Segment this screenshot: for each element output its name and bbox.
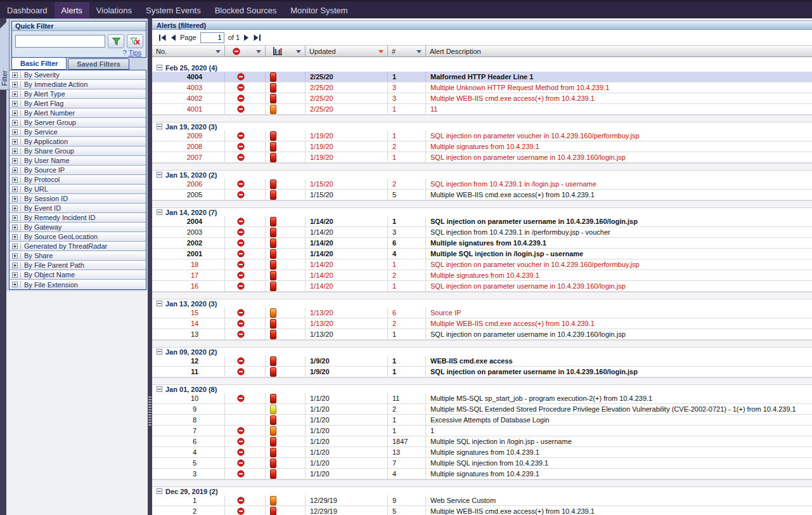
group-header[interactable]: Jan 15, 2020 (2) [152,171,812,179]
filter-item-by-service[interactable]: By Service [10,127,146,137]
group-header[interactable]: Jan 01, 2020 (8) [152,385,812,393]
column-header-severity[interactable] [266,46,306,56]
page-number-input[interactable] [200,32,224,43]
collapse-minus-icon[interactable] [157,386,162,392]
filter-item-by-gateway[interactable]: By Gateway [10,223,146,232]
alert-row[interactable]: 61/1/201847Multiple SQL injection in /lo… [152,436,812,447]
alert-row[interactable]: 112/29/199Web Service Custom [152,495,812,506]
group-header[interactable]: Jan 09, 2020 (2) [152,348,812,356]
expand-plus-icon[interactable] [12,120,18,126]
filter-item-by-remedy-incident-id[interactable]: By Remedy Incident ID [10,213,146,223]
filter-item-by-user-name[interactable]: By User Name [10,156,146,166]
expand-plus-icon[interactable] [12,129,18,135]
expand-plus-icon[interactable] [12,205,18,211]
nav-item-blocked-sources[interactable]: Blocked Sources [208,2,284,18]
filter-item-by-alert-flag[interactable]: By Alert Flag [10,99,146,108]
alert-row[interactable]: 20041/14/201SQL injection on parameter u… [152,216,812,227]
tips-link[interactable]: Tips [129,49,141,56]
filter-item-by-server-group[interactable]: By Server Group [10,118,146,127]
expand-plus-icon[interactable] [12,177,18,183]
alert-row[interactable]: 20031/14/203SQL injection from 10.4.239.… [152,227,812,238]
alert-row[interactable]: 20091/19/201SQL injection on parameter v… [152,131,812,141]
filter-item-by-alert-number[interactable]: By Alert Number [10,108,146,118]
alert-row[interactable]: 31/1/204Multiple signatures from 10.4.23… [152,469,812,479]
nav-item-system-events[interactable]: System Events [139,2,208,18]
expand-plus-icon[interactable] [12,139,18,145]
filter-item-generated-by-threatradar[interactable]: Generated by ThreatRadar [10,242,146,251]
alert-row[interactable]: 20021/14/206Multiple signatures from 10.… [152,238,812,249]
clear-filter-button[interactable] [127,34,143,48]
filter-item-by-file-parent-path[interactable]: By File Parent Path [10,261,146,270]
flag-sort-arrow-icon[interactable] [256,50,261,53]
column-header-count[interactable]: # [388,46,426,56]
alert-row[interactable]: 40032/25/203Multiple Unknown HTTP Reques… [152,82,812,93]
group-header[interactable]: Jan 14, 2020 (7) [152,208,812,216]
collapse-minus-icon[interactable] [157,209,162,215]
expand-plus-icon[interactable] [12,72,18,78]
expand-plus-icon[interactable] [12,244,18,249]
quick-filter-input[interactable] [15,35,105,48]
filter-item-by-url[interactable]: By URL [10,185,146,194]
nav-item-monitor-system[interactable]: Monitor System [283,2,354,18]
expand-plus-icon[interactable] [12,158,18,164]
splitter-handle[interactable] [148,396,151,426]
alert-row[interactable]: 20061/15/202SQL injection from 10.4.239.… [152,179,812,190]
collapse-minus-icon[interactable] [157,65,162,70]
no-sort-arrow-icon[interactable] [216,50,221,53]
alert-row[interactable]: 171/14/202Multiple signatures from 10.4.… [152,270,812,281]
alert-row[interactable]: 81/1/201Excessive Attempts of Database L… [152,415,812,426]
expand-plus-icon[interactable] [12,234,18,240]
expand-plus-icon[interactable] [12,82,18,88]
filter-item-by-event-id[interactable]: By Event ID [10,204,146,213]
alert-row[interactable]: 101/1/2011Multiple MS-SQL sp_start_job -… [152,393,812,404]
expand-plus-icon[interactable] [12,101,18,107]
nav-item-violations[interactable]: Violations [89,2,139,18]
expand-plus-icon[interactable] [12,282,18,287]
group-header[interactable]: Jan 13, 2020 (3) [152,299,812,308]
filter-item-by-severity[interactable]: By Severity [10,70,146,80]
expand-plus-icon[interactable] [12,272,18,278]
pane-splitter[interactable] [148,18,152,515]
nav-item-alerts[interactable]: Alerts [55,2,89,18]
filter-item-by-application[interactable]: By Application [10,137,146,147]
expand-plus-icon[interactable] [12,225,18,230]
alert-row[interactable]: 212/29/195Multiple WEB-IIS cmd.exe acces… [152,506,812,515]
collapse-minus-icon[interactable] [157,488,162,494]
alert-row[interactable]: 121/9/201WEB-IIS cmd.exe access [152,356,812,367]
expand-plus-icon[interactable] [12,167,18,173]
filter-item-by-object-name[interactable]: By Object Name [10,270,146,280]
collapse-minus-icon[interactable] [157,301,162,306]
tab-saved-filters[interactable]: Saved Filters [68,58,129,70]
filter-item-by-protocol[interactable]: By Protocol [10,175,146,185]
prev-page-button[interactable] [169,34,178,41]
alert-row[interactable]: 71/1/2011 [152,426,812,436]
apply-filter-button[interactable] [108,34,124,48]
alert-row[interactable]: 20071/19/201SQL injection on parameter u… [152,152,812,163]
collapse-minus-icon[interactable] [157,349,162,355]
column-header-description[interactable]: Alert Description [426,46,812,56]
group-header[interactable]: Jan 19, 2020 (3) [152,122,812,131]
alert-row[interactable]: 111/9/201SQL injection on parameter user… [152,367,812,377]
expand-plus-icon[interactable] [12,196,18,202]
filter-item-by-source-ip[interactable]: By Source IP [10,166,146,175]
count-sort-arrow-icon[interactable] [416,50,422,53]
column-header-updated[interactable]: Updated [306,46,388,56]
first-page-button[interactable] [157,34,169,41]
nav-item-dashboard[interactable]: Dashboard [0,2,55,18]
filter-item-by-share[interactable]: By Share [10,251,146,261]
filter-item-by-alert-type[interactable]: By Alert Type [10,89,146,99]
expand-plus-icon[interactable] [12,186,18,192]
alert-row[interactable]: 20051/15/205Multiple WEB-IIS cmd.exe acc… [152,190,812,200]
alert-row[interactable]: 151/13/206Source IP [152,308,812,318]
group-header[interactable]: Dec 29, 2019 (2) [152,487,812,495]
filter-item-by-file-extension[interactable]: By File Extension [10,280,146,289]
column-header-flag[interactable] [225,46,266,56]
updated-sort-arrow-icon[interactable] [378,50,383,53]
expand-plus-icon[interactable] [12,148,18,154]
expand-plus-icon[interactable] [12,110,18,116]
tab-basic-filter[interactable]: Basic Filter [11,57,67,70]
filter-item-by-immediate-action[interactable]: By Immediate Action [10,80,146,89]
alert-row[interactable]: 131/13/201SQL injection on parameter use… [152,329,812,340]
expand-plus-icon[interactable] [12,253,18,259]
alert-row[interactable]: 40022/25/203Multiple WEB-IIS cmd.exe acc… [152,93,812,104]
